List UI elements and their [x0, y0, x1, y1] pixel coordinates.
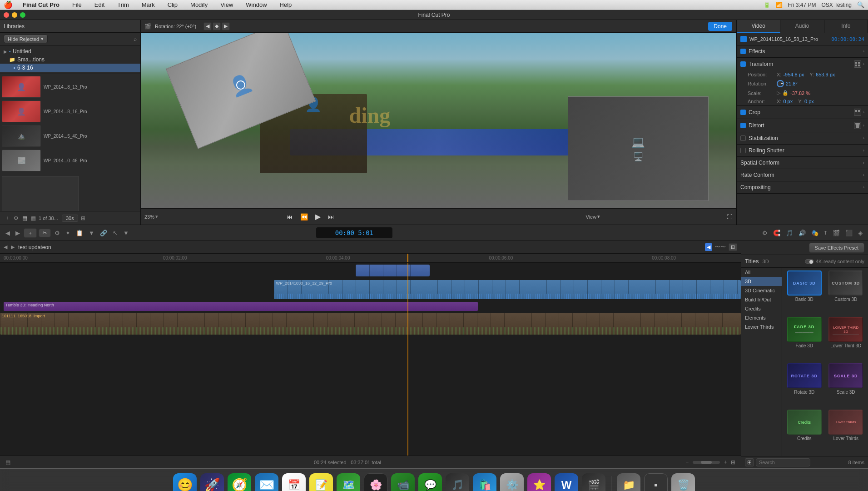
spatial-conform-expand-button[interactable]: ›: [863, 160, 864, 165]
effect-fade-3d[interactable]: FADE 3D ――――― Fade 3D: [785, 317, 824, 361]
timeline-connect-button[interactable]: 🔗: [98, 229, 109, 237]
timeline-title-button[interactable]: T: [822, 229, 829, 236]
library-filmstrip-view-button[interactable]: ▦: [30, 214, 37, 222]
timeline-transform-button[interactable]: ⬛: [843, 229, 854, 237]
effects-cat-credits[interactable]: Credits: [741, 304, 782, 313]
rotation-knob[interactable]: [777, 80, 784, 87]
timeline-settings-button[interactable]: ⚙: [53, 229, 62, 237]
timeline-clip-view-button[interactable]: ⊞: [731, 459, 735, 466]
inspector-stabilization-section[interactable]: Stabilization ›: [737, 132, 868, 144]
timeline-nav-back-icon[interactable]: ◀: [4, 244, 7, 250]
transport-play-button[interactable]: ▶: [313, 211, 322, 222]
effect-lower-third-3d[interactable]: LOWER THIRD 3D ――――――――― Lower Third 3D: [827, 317, 866, 361]
timeline-skim-button[interactable]: ◈: [856, 229, 864, 237]
dock-appstore[interactable]: 🛍️: [473, 473, 496, 491]
transport-play-reverse-button[interactable]: ⏪: [298, 212, 310, 221]
effect-custom-3d[interactable]: CUSTOM 3D Custom 3D: [827, 271, 866, 314]
dock-notes[interactable]: 📝: [309, 473, 333, 491]
library-settings-button[interactable]: ⚙: [13, 214, 20, 222]
dock-launchpad[interactable]: 🚀: [200, 473, 224, 491]
effects-expand-button[interactable]: ›: [863, 49, 864, 54]
library-add-button[interactable]: ＋: [4, 213, 11, 223]
effect-rotate-3d[interactable]: ROTATE 3D Rotate 3D: [785, 363, 824, 407]
rolling-shutter-checkbox[interactable]: [740, 148, 746, 153]
effect-extra-2[interactable]: Lover Thirds Lover Thirds: [827, 410, 866, 453]
effect-extra-1[interactable]: Credits Credits: [785, 410, 824, 453]
effects-cat-3d-cinematic[interactable]: 3D Cinematic: [741, 286, 782, 295]
effects-cat-build-in-out[interactable]: Build In/Out: [741, 295, 782, 304]
track-connected-clip[interactable]: [356, 265, 430, 276]
search-icon[interactable]: ⌕: [134, 36, 137, 42]
help-menu[interactable]: Help: [277, 0, 295, 9]
timeline-back-button[interactable]: ◀: [4, 229, 12, 237]
dock-app-1[interactable]: ▪️: [644, 473, 668, 491]
timeline-nav-forward-icon[interactable]: ▶: [11, 244, 15, 250]
effects-cat-3d[interactable]: 3D: [741, 277, 782, 286]
file-menu[interactable]: File: [69, 0, 84, 9]
mark-menu[interactable]: Mark: [139, 0, 158, 9]
timeline-clip-height-button[interactable]: ⊞: [729, 243, 737, 251]
timeline-cut-button[interactable]: ✂: [39, 229, 51, 237]
timeline-select-button[interactable]: ↖: [111, 229, 119, 237]
transform-grid-icon[interactable]: [854, 60, 861, 68]
track-import-clip[interactable]: 101111_165018_import: [0, 313, 741, 335]
timeline-add-button[interactable]: ＋: [24, 228, 37, 238]
timeline-forward-button[interactable]: ▶: [14, 229, 22, 237]
tab-video[interactable]: Video: [737, 20, 780, 33]
timeline-scroll-left-button[interactable]: ◀: [705, 243, 712, 251]
timeline-snap-button[interactable]: 🧲: [771, 229, 782, 237]
dock-mail[interactable]: ✉️: [255, 473, 278, 491]
library-list-view-button[interactable]: ▤: [21, 214, 28, 222]
rolling-shutter-expand-button[interactable]: ›: [863, 148, 864, 153]
dock-calendar[interactable]: 📅: [282, 473, 306, 491]
distort-expand-button[interactable]: ›: [863, 122, 864, 129]
effects-cat-all[interactable]: All: [741, 268, 782, 277]
timeline-select-more-button[interactable]: ▼: [121, 229, 131, 237]
clip-item-0[interactable]: 👤 WP_2014...8_13_Pro: [2, 76, 139, 98]
rate-conform-expand-button[interactable]: ›: [863, 173, 864, 177]
scale-arrows-button[interactable]: ▷: [777, 90, 780, 96]
dock-word[interactable]: W: [555, 473, 578, 491]
effects-cat-lower-thirds[interactable]: Lower Thirds: [741, 322, 782, 331]
timeline-playhead[interactable]: [407, 254, 408, 262]
dock-systemprefs[interactable]: ⚙️: [500, 473, 524, 491]
dock-finder[interactable]: 😊: [173, 473, 197, 491]
app-name-menu[interactable]: Final Cut Pro: [20, 0, 62, 9]
library-duration-input[interactable]: [62, 215, 78, 222]
viewer-fullscreen-button[interactable]: ⛶: [727, 214, 732, 220]
timeline-zoom-button[interactable]: 🔊: [797, 229, 808, 237]
effects-4k-toggle[interactable]: 4K-ready content only: [805, 259, 864, 264]
inspector-crop-section[interactable]: Crop ›: [737, 106, 868, 119]
timeline-list-view-button[interactable]: ▤: [5, 459, 10, 466]
effects-cat-elements[interactable]: Elements: [741, 313, 782, 322]
dock-finalcut[interactable]: 🎬: [582, 473, 605, 491]
inspector-distort-section[interactable]: Distort ›: [737, 119, 868, 132]
inspector-spatial-conform-section[interactable]: Spatial Conform ›: [737, 157, 868, 169]
tab-audio[interactable]: Audio: [780, 20, 824, 33]
transport-go-end-button[interactable]: ⏭: [326, 212, 336, 221]
inspector-transform-section[interactable]: Transform ›: [737, 58, 868, 70]
window-close-btn[interactable]: [4, 12, 9, 18]
dock-finder-2[interactable]: 📁: [617, 473, 640, 491]
clip-item-4[interactable]: [2, 176, 139, 211]
timeline-clip-button[interactable]: 📋: [74, 229, 85, 237]
modify-menu[interactable]: Modify: [188, 0, 210, 9]
effects-add-button[interactable]: ⊞: [745, 458, 754, 466]
clip-item-3[interactable]: 🌫️ WP_2014...0_46_Pro: [2, 150, 139, 171]
dock-stickies[interactable]: ⭐: [527, 473, 551, 491]
inspector-rolling-shutter-section[interactable]: Rolling Shutter ›: [737, 145, 868, 156]
sidebar-item-sma-tions[interactable]: 📁 Sma...tions: [0, 55, 140, 64]
dock-photos[interactable]: 🌸: [364, 473, 387, 491]
timeline-blade-button[interactable]: ✦: [64, 229, 72, 237]
stabilization-checkbox[interactable]: [740, 135, 746, 141]
stabilization-expand-button[interactable]: ›: [863, 136, 864, 140]
viewer-nav-match-button[interactable]: ◆: [213, 22, 221, 30]
dock-facetime[interactable]: 📹: [391, 473, 415, 491]
chevron-down-icon-zoom[interactable]: ▾: [155, 214, 158, 220]
window-menu[interactable]: Window: [243, 0, 269, 9]
viewer-done-button[interactable]: Done: [708, 22, 732, 31]
effects-search-input[interactable]: [756, 458, 810, 466]
timeline-broll-button[interactable]: 🎬: [831, 229, 842, 237]
viewer-view-button[interactable]: View▾: [586, 214, 600, 220]
crop-expand-button[interactable]: ›: [863, 109, 864, 116]
